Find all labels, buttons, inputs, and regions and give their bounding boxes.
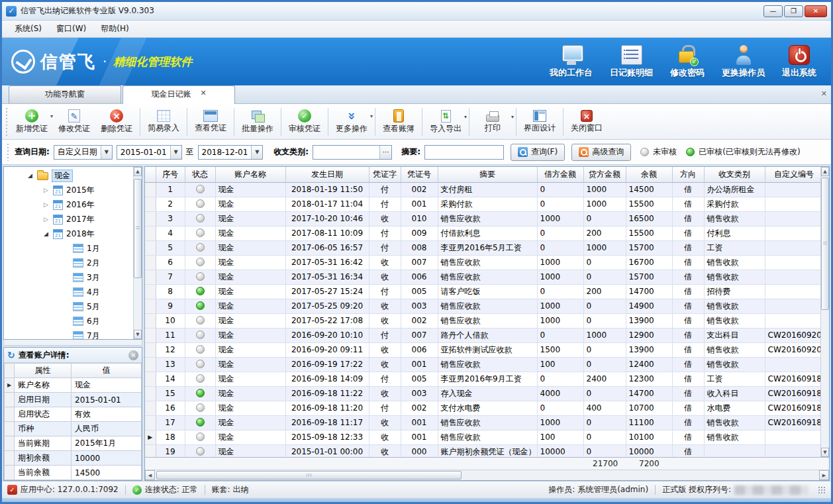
journal-row-12[interactable]: 12 现金 2016-09-20 09:11 收 006 亚拓软件测试应收款 1…	[145, 342, 823, 357]
journal-row-19[interactable]: 19 现金 2015-01-01 00:00 收 000 账户期初余额凭证（现金…	[145, 444, 823, 457]
tree-node-month-2[interactable]: 3月	[4, 270, 133, 285]
chevron-down-icon[interactable]: ▼	[251, 146, 262, 159]
grid-col-5[interactable]: 凭证号	[401, 167, 438, 182]
grid-col-12[interactable]: 自定义编号	[765, 167, 823, 182]
journal-row-1[interactable]: 1 现金 2018-01-19 11:50 付 002 支付房租 0 1000 …	[145, 182, 823, 197]
toolbar-button-impexp[interactable]: 导入导出 ▾	[424, 108, 467, 136]
scroll-down-icon[interactable]: ▼	[821, 448, 829, 457]
scroll-down-icon[interactable]: ▼	[134, 330, 142, 339]
tree-node-month-6[interactable]: 7月	[4, 328, 133, 340]
chevron-down-icon[interactable]: ▼	[170, 146, 181, 159]
grid-col-8[interactable]: 贷方金额	[583, 167, 626, 182]
banner-action-journal[interactable]: 日记账明细	[610, 45, 653, 79]
toolbar-button-design[interactable]: 界面设计	[518, 108, 561, 135]
tree-expanded-icon[interactable]: ◢	[42, 230, 50, 237]
category-picker-button[interactable]: ···	[379, 146, 391, 159]
toolbar-grip[interactable]	[5, 108, 8, 136]
grid-col-6[interactable]: 摘要	[438, 167, 537, 182]
grid-col-2[interactable]: 账户名称	[215, 167, 285, 182]
scrollbar-thumb[interactable]	[821, 177, 829, 310]
journal-row-10[interactable]: 10 现金 2017-05-22 17:08 收 002 销售应收款 1000 …	[145, 313, 823, 328]
grid-col-11[interactable]: 收支类别	[704, 167, 765, 182]
toolbar-button-add[interactable]: 新增凭证 ▾	[11, 107, 53, 136]
grid-col-10[interactable]: 方向	[672, 167, 704, 182]
scroll-up-icon[interactable]: ▲	[134, 167, 142, 176]
details-row[interactable]: ▶ 账户名称 现金	[5, 378, 142, 393]
journal-row-4[interactable]: 4 现金 2017-08-11 10:09 付 009 付借款利息 0 200 …	[145, 226, 823, 240]
tree-node-month-1[interactable]: 2月	[4, 256, 133, 270]
details-row[interactable]: 期初余额 10000	[5, 451, 142, 466]
scrollbar-thumb[interactable]	[156, 471, 462, 479]
toolbar-button-closewin[interactable]: 关闭窗口	[565, 108, 608, 135]
scroll-left-icon[interactable]: ◀	[145, 470, 155, 480]
tree-node-year-2[interactable]: ▷ 2017年	[4, 212, 133, 227]
journal-row-13[interactable]: 13 现金 2016-09-19 17:22 收 001 销售应收款 100 0…	[145, 357, 823, 372]
journal-row-14[interactable]: 14 现金 2016-09-18 14:09 付 005 李亚男2016年9月工…	[145, 372, 823, 386]
resize-grip[interactable]	[818, 486, 826, 494]
journal-row-16[interactable]: 16 现金 2016-09-18 11:20 付 002 支付水电费 0 400…	[145, 401, 823, 415]
toolbar-button-book[interactable]: 查看账簿	[377, 107, 420, 136]
toolbar-button-grid[interactable]: 简易录入	[142, 108, 185, 135]
tree-expanded-icon[interactable]: ◢	[26, 172, 34, 179]
journal-row-17[interactable]: 17 现金 2016-09-18 11:17 收 001 销售应收款 1000 …	[145, 415, 823, 430]
tree-node-month-4[interactable]: 5月	[4, 299, 133, 314]
scroll-up-icon[interactable]: ▲	[821, 167, 829, 176]
tree-horizontal-scrollbar[interactable]	[3, 340, 142, 346]
date-to-select[interactable]: 2018-12-01 ▼	[198, 145, 264, 160]
dropdown-caret-icon[interactable]: ▾	[370, 113, 373, 119]
scroll-right-icon[interactable]: ▶	[819, 470, 829, 480]
details-close-icon[interactable]: ✕	[128, 350, 138, 360]
date-mode-select[interactable]: 自定义日期 ▼	[54, 145, 113, 160]
scrollbar-thumb[interactable]	[134, 179, 142, 278]
grid-col-3[interactable]: 发生日期	[285, 167, 369, 182]
dropdown-caret-icon[interactable]: ▾	[464, 114, 467, 120]
journal-row-5[interactable]: 5 现金 2017-06-05 16:57 付 008 李亚男2016年5月工资…	[145, 240, 823, 255]
toolbar-button-more[interactable]: 更多操作 ▾	[330, 107, 373, 136]
menu-item-2[interactable]: 帮助(H)	[95, 21, 134, 36]
tree-collapsed-icon[interactable]: ▷	[42, 216, 50, 223]
details-row[interactable]: 币种 人民币	[5, 422, 142, 436]
grid-col-7[interactable]: 借方金额	[537, 167, 583, 182]
query-button[interactable]: 查询(F)	[511, 144, 565, 161]
chevron-down-icon[interactable]: ▼	[101, 146, 112, 159]
toolbar-button-audit[interactable]: 审核凭证	[283, 107, 326, 136]
journal-row-2[interactable]: 2 现金 2018-01-17 11:04 付 001 采购付款 0 1000 …	[145, 197, 823, 211]
journal-row-7[interactable]: 7 现金 2017-05-31 16:34 收 006 销售应收款 1000 0…	[145, 270, 823, 284]
summary-input[interactable]	[424, 145, 504, 160]
details-row[interactable]: 启用日期 2015-01-01	[5, 393, 142, 407]
journal-row-3[interactable]: 3 现金 2017-10-20 10:46 收 010 销售应收款 1000 0…	[145, 211, 823, 226]
grid-col-1[interactable]: 状态	[185, 167, 215, 182]
journal-row-15[interactable]: 15 现金 2016-09-18 11:22 收 003 存入现金 4000 0…	[145, 386, 823, 401]
toolbar-button-edit[interactable]: 修改凭证	[53, 107, 95, 136]
grid-col-4[interactable]: 凭证字	[369, 167, 401, 182]
banner-action-user[interactable]: 更换操作员	[722, 45, 765, 79]
tree-node-month-3[interactable]: 4月	[4, 285, 133, 299]
details-row[interactable]: 启用状态 有效	[5, 407, 142, 422]
grid-col-9[interactable]: 余额	[626, 167, 672, 182]
tree-node-year-3[interactable]: ◢ 2018年	[4, 227, 133, 241]
journal-row-18[interactable]: ▶ 18 现金 2015-09-18 12:33 收 001 销售应收款 100…	[145, 430, 823, 444]
maximize-button[interactable]: ❐	[784, 5, 803, 17]
grid-col-0[interactable]: 序号	[156, 167, 185, 182]
journal-row-8[interactable]: 8 现金 2017-05-27 15:24 付 005 请客户吃饭 0 200 …	[145, 284, 823, 299]
banner-action-power[interactable]: 退出系统	[782, 45, 816, 79]
tree-node-year-0[interactable]: ▷ 2015年	[4, 183, 133, 197]
banner-action-monitor[interactable]: 我的工作台	[550, 45, 593, 79]
journal-row-11[interactable]: 11 现金 2016-09-20 10:10 付 007 路丹个人借款 0 10…	[145, 328, 823, 342]
toolbar-button-view[interactable]: 查看凭证	[189, 108, 232, 135]
tabstrip-close-icon[interactable]: ✕	[821, 89, 827, 98]
journal-row-6[interactable]: 6 现金 2017-05-31 16:42 收 007 销售应收款 1000 0…	[145, 255, 823, 270]
menu-item-1[interactable]: 窗口(W)	[50, 21, 92, 36]
toolbar-button-batch[interactable]: 批量操作	[236, 107, 279, 136]
grid-vertical-scrollbar[interactable]: ▲ ▼	[820, 167, 829, 457]
tree-collapsed-icon[interactable]: ▷	[42, 201, 50, 208]
refresh-icon[interactable]: ↻	[7, 350, 15, 360]
tree-collapsed-icon[interactable]: ▷	[42, 187, 50, 193]
filterbar-grip[interactable]	[6, 144, 9, 161]
grid-horizontal-scrollbar[interactable]: ◀ ▶	[145, 470, 829, 480]
category-input[interactable]	[313, 146, 379, 159]
tree-node-year-1[interactable]: ▷ 2016年	[4, 197, 133, 212]
minimize-button[interactable]: —	[763, 5, 783, 17]
date-from-select[interactable]: 2015-01-01 ▼	[117, 145, 182, 160]
dropdown-caret-icon[interactable]: ▾	[511, 114, 514, 120]
